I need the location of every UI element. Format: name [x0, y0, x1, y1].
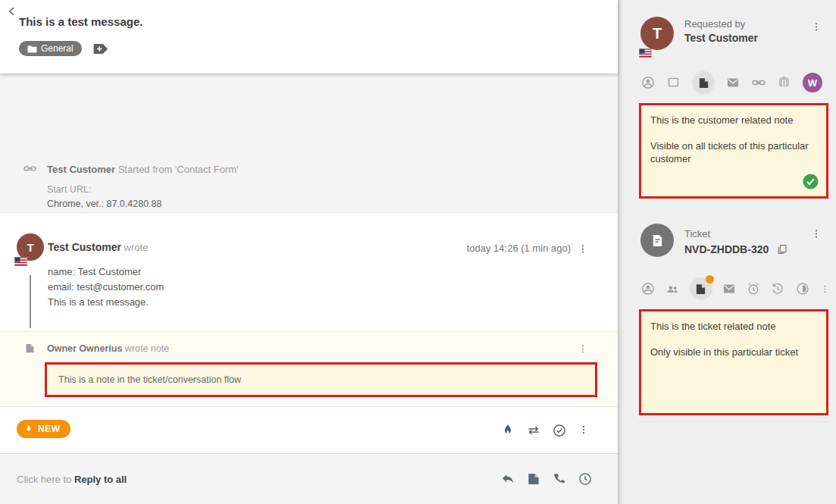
customer-avatar[interactable]: T	[640, 17, 674, 50]
origin-detail-line: Chrome, ver.: 87.0.4280.88	[47, 197, 413, 211]
ticket-contacts-tab[interactable]	[665, 281, 680, 296]
message-author: Test Customer	[48, 241, 121, 253]
badge-row: General	[19, 41, 109, 56]
ticket-toolbar	[640, 277, 831, 300]
ticket-note-line: Only visible in this particular ticket	[650, 346, 817, 358]
ticket-time-tab[interactable]	[795, 281, 810, 296]
origin-event: Started from 'Contact Form'	[118, 164, 239, 175]
status-label: NEW	[38, 424, 61, 434]
avatar-initial: T	[653, 25, 662, 42]
origin-author: Test Customer	[47, 164, 115, 175]
note-icon	[526, 471, 541, 487]
department-label: General	[41, 43, 74, 54]
more-vertical-icon	[811, 227, 822, 240]
ticket-header: This is a test message. General	[0, 0, 618, 74]
burn-button[interactable]	[500, 423, 515, 438]
status-badge[interactable]: NEW	[17, 420, 70, 438]
add-tag-button[interactable]	[92, 42, 109, 55]
reply-to-all-link[interactable]: Reply to all	[74, 474, 127, 485]
ticket-toolbar-more-button[interactable]	[819, 282, 831, 296]
ticket-note-line: This is the ticket related note	[650, 320, 817, 333]
department-badge[interactable]: General	[19, 41, 82, 56]
ticket-action-toolbar	[500, 423, 590, 438]
clock-icon	[578, 471, 593, 487]
customer-more-button[interactable]	[810, 20, 822, 33]
folder-icon	[27, 45, 37, 53]
more-vertical-icon	[820, 283, 830, 296]
note-more-button[interactable]	[577, 342, 589, 355]
reply-toolbar	[500, 471, 593, 487]
ticket-sidebar: T Requested by Test Customer	[618, 0, 836, 504]
profile-icon	[640, 75, 656, 90]
magento-integration-button[interactable]	[777, 75, 792, 90]
conversation-note-entry: Owner Ownerius wrote note This is a note…	[0, 331, 618, 406]
customer-links-tab[interactable]	[751, 75, 766, 90]
ticket-id: NVD-ZHDDB-320	[684, 243, 769, 255]
history-icon	[770, 281, 785, 296]
wordpress-icon: W	[808, 77, 817, 89]
reply-bar: Click here to Reply to all	[0, 453, 618, 504]
mail-icon	[722, 281, 737, 296]
ticket-reminder-tab[interactable]	[746, 281, 761, 296]
message-body-line: name: Test Customer	[48, 265, 164, 280]
message-action: wrote	[124, 242, 149, 253]
customer-note-line: Visible on all tickets of this particula…	[650, 139, 817, 165]
ticket-label: Ticket	[684, 228, 710, 239]
note-icon	[24, 343, 36, 354]
mail-icon	[725, 75, 741, 90]
more-vertical-icon	[578, 243, 588, 255]
notes-icon	[697, 77, 710, 89]
customer-note-highlighted[interactable]: This is the customer related note Visibl…	[639, 103, 828, 199]
status-row: NEW	[0, 406, 618, 453]
customer-tickets-tab[interactable]	[666, 75, 681, 90]
more-vertical-icon	[578, 343, 588, 355]
origin-detail-line: Start URL:	[47, 183, 413, 197]
back-button[interactable]	[6, 5, 18, 17]
burn-icon	[500, 423, 515, 438]
link-icon	[23, 161, 37, 176]
status-more-button[interactable]	[578, 423, 590, 437]
copy-icon	[776, 243, 788, 255]
customer-toolbar: W	[640, 71, 822, 94]
conversation-panel: This is a test message. General Test Cus…	[0, 0, 618, 504]
customer-notes-tab[interactable]	[692, 71, 715, 94]
note-action: wrote note	[125, 343, 169, 354]
more-vertical-icon	[578, 423, 589, 437]
more-vertical-icon	[811, 20, 822, 33]
copy-ticket-id-button[interactable]	[776, 243, 788, 255]
resolve-button[interactable]	[552, 423, 567, 438]
message-body: name: Test Customer email: test@customer…	[48, 265, 164, 310]
ticket-notes-tab[interactable]	[690, 277, 712, 300]
add-tag-icon	[92, 42, 108, 55]
add-note-button[interactable]	[526, 471, 541, 487]
reply-button[interactable]	[500, 471, 515, 487]
ticket-profile-tab[interactable]	[640, 281, 656, 296]
conversation-note-highlighted[interactable]: This is a note in the ticket/conversatio…	[45, 362, 597, 397]
ticket-note-highlighted[interactable]: This is the ticket related note Only vis…	[639, 309, 828, 415]
call-button[interactable]	[552, 471, 567, 487]
customer-profile-tab[interactable]	[640, 75, 656, 90]
back-chevron-icon	[6, 5, 18, 17]
message-author-row: Test Customer wrote	[48, 241, 148, 253]
save-note-button[interactable]	[802, 173, 819, 190]
customer-email-tab[interactable]	[725, 75, 741, 90]
message-more-button[interactable]	[577, 242, 589, 255]
origin-heading: Test Customer Started from 'Contact Form…	[47, 164, 239, 175]
transfer-button[interactable]	[526, 423, 541, 438]
ticket-subject: This is a test message.	[19, 15, 142, 28]
magento-icon	[777, 75, 791, 89]
ticket-history-tab[interactable]	[770, 281, 785, 296]
reply-prompt-prefix: Click here to	[17, 474, 74, 485]
reply-prompt[interactable]: Click here to Reply to all	[17, 474, 127, 485]
schedule-button[interactable]	[578, 471, 593, 487]
alarm-clock-icon	[746, 281, 761, 296]
notes-count-badge	[706, 275, 714, 283]
timelapse-icon	[795, 281, 810, 296]
note-author: Owner Ownerius	[47, 343, 122, 354]
ticket-more-button[interactable]	[810, 227, 822, 240]
conversation-note-text: This is a note in the ticket/conversatio…	[47, 374, 241, 385]
wordpress-integration-button[interactable]: W	[803, 73, 822, 92]
customer-name[interactable]: Test Customer	[684, 32, 758, 44]
transfer-icon	[526, 423, 541, 438]
ticket-email-tab[interactable]	[722, 281, 737, 296]
